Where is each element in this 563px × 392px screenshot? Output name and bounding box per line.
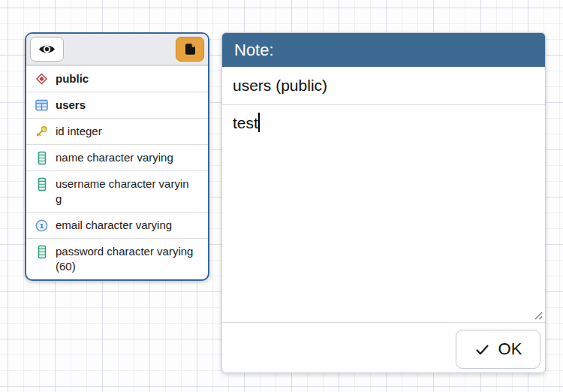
ok-button[interactable]: OK — [456, 330, 540, 369]
column-row-name: name character varying — [26, 144, 208, 170]
check-icon — [474, 342, 490, 357]
note-dialog: Note: users (public) test OK — [221, 32, 546, 373]
note-icon — [183, 42, 197, 56]
text-cursor — [258, 113, 260, 132]
unique-badge-text: 1 — [40, 221, 44, 229]
ok-button-label: OK — [498, 339, 522, 359]
note-dialog-subtitle: users (public) — [222, 67, 545, 105]
primary-key-icon — [35, 124, 48, 139]
column-label: email character varying — [56, 218, 194, 233]
note-textarea[interactable]: test — [222, 105, 545, 322]
eye-icon — [38, 43, 56, 56]
resize-handle[interactable] — [532, 309, 543, 320]
erd-canvas[interactable]: public users i — [0, 0, 563, 392]
note-dialog-title: Note: — [222, 33, 545, 67]
column-label: username character varying — [56, 176, 194, 207]
column-label: name character varying — [56, 150, 194, 165]
column-row-id: id integer — [26, 118, 208, 144]
table-row: users — [26, 92, 208, 118]
column-icon — [35, 244, 48, 259]
column-icon — [35, 150, 48, 165]
table-grid-icon — [35, 98, 48, 113]
schema-row: public — [26, 65, 208, 92]
table-node-users[interactable]: public users i — [25, 32, 209, 281]
schema-label: public — [56, 71, 194, 86]
unique-key-icon: 1 — [35, 218, 48, 233]
schema-diamond-icon — [35, 71, 48, 86]
note-dialog-title-text: Note: — [234, 41, 274, 60]
note-button[interactable] — [176, 37, 204, 62]
column-label: id integer — [56, 124, 194, 139]
table-label: users — [56, 98, 194, 113]
column-row-password: password character varying (60) — [26, 238, 208, 279]
column-label: password character varying (60) — [56, 244, 194, 274]
note-dialog-subtitle-text: users (public) — [233, 77, 327, 95]
column-row-email: 1 email character varying — [26, 212, 208, 238]
table-node-toolbar — [26, 34, 208, 65]
note-text: test — [233, 114, 258, 131]
column-row-username: username character varying — [26, 170, 208, 212]
note-dialog-footer: OK — [222, 322, 545, 372]
column-icon — [35, 176, 48, 191]
show-details-button[interactable] — [30, 37, 64, 62]
